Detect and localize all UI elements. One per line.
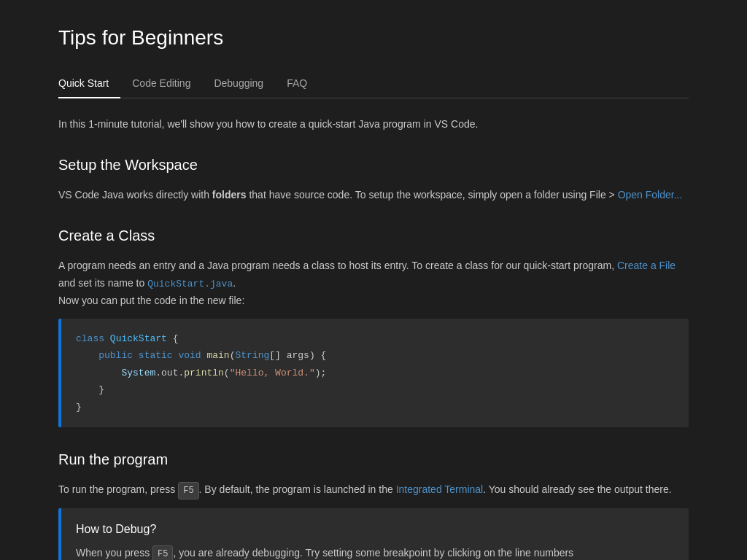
callout-title: How to Debug? <box>76 520 674 539</box>
tab-quick-start[interactable]: Quick Start <box>58 69 120 98</box>
section-text-create-class-2: Now you can put the code in the new file… <box>58 292 689 310</box>
integrated-terminal-link[interactable]: Integrated Terminal <box>396 483 484 495</box>
section-create-class: Create a Class A program needs an entry … <box>58 224 689 427</box>
tab-code-editing[interactable]: Code Editing <box>120 69 202 98</box>
code-pre: class QuickStart { public static void ma… <box>76 330 674 416</box>
quickstart-filename: QuickStart.java <box>147 279 233 289</box>
tab-faq[interactable]: FAQ <box>275 69 319 98</box>
section-text-setup: VS Code Java works directly with folders… <box>58 187 689 204</box>
kbd-f5-debug: F5 <box>152 545 173 560</box>
bold-folders: folders <box>212 189 247 201</box>
section-text-create-class: A program needs an entry and a Java prog… <box>58 257 689 292</box>
page-title: Tips for Beginners <box>58 22 689 55</box>
callout-text: When you press F5, you are already debug… <box>76 545 674 560</box>
intro-text: In this 1-minute tutorial, we'll show yo… <box>58 116 689 132</box>
main-content: In this 1-minute tutorial, we'll show yo… <box>58 116 689 560</box>
section-setup: Setup the Workspace VS Code Java works d… <box>58 153 689 204</box>
page-container: Tips for Beginners Quick Start Code Edit… <box>0 0 747 560</box>
callout-block: How to Debug? When you press F5, you are… <box>58 508 689 560</box>
create-file-link[interactable]: Create a File <box>617 260 676 271</box>
section-title-run-program: Run the program <box>58 448 689 471</box>
open-folder-link[interactable]: Open Folder... <box>618 189 683 201</box>
tab-debugging[interactable]: Debugging <box>202 69 275 98</box>
code-block: class QuickStart { public static void ma… <box>58 319 689 427</box>
section-title-create-class: Create a Class <box>58 224 689 247</box>
section-run-program: Run the program To run the program, pres… <box>58 448 689 560</box>
tabs-bar: Quick Start Code Editing Debugging FAQ <box>58 69 689 98</box>
kbd-f5-run: F5 <box>178 482 198 499</box>
section-title-setup: Setup the Workspace <box>58 153 689 176</box>
section-text-run-program: To run the program, press F5. By default… <box>58 481 689 499</box>
